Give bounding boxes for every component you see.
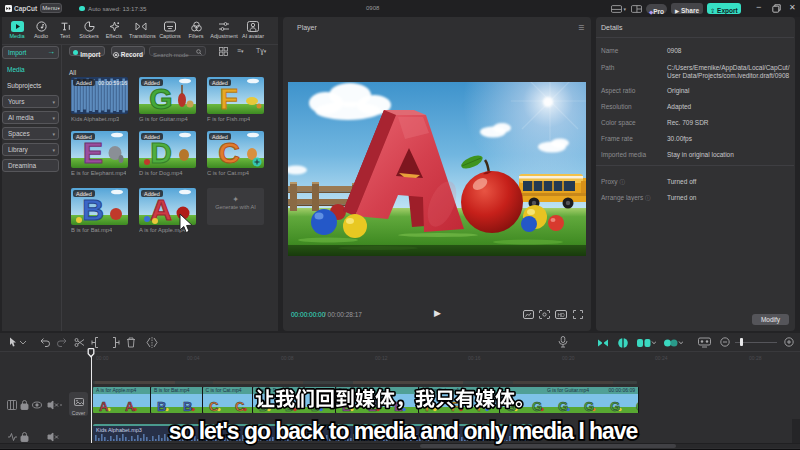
svg-text:F: F [220,82,238,114]
svg-text:D: D [150,136,172,168]
svg-text:G: G [149,82,172,114]
svg-text:C: C [218,136,240,168]
svg-text:B: B [82,193,104,225]
svg-text:E: E [83,136,103,168]
svg-text:so let's go back to media and: so let's go back to media and only media… [169,418,638,444]
